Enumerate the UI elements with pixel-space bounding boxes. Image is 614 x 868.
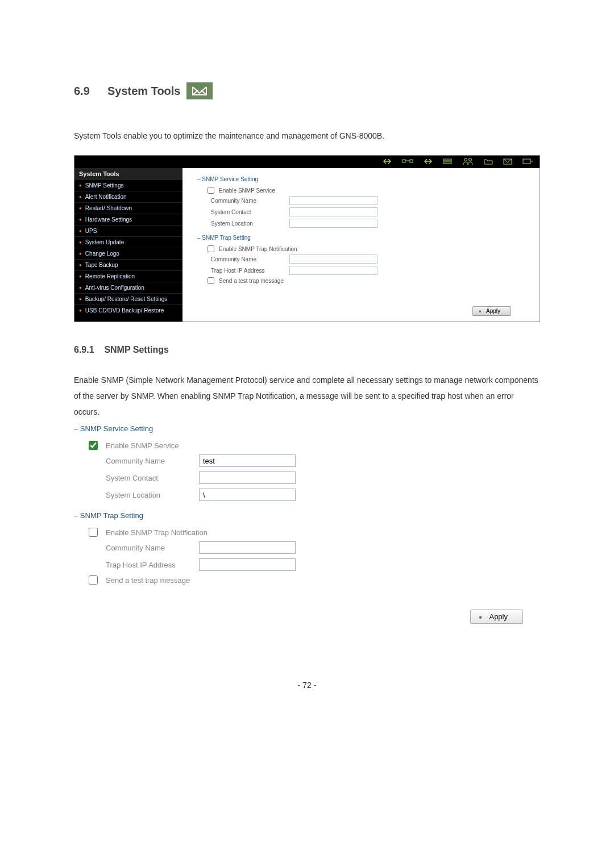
sidebar-item-system-update[interactable]: ●System Update <box>74 236 182 248</box>
apply-dot-icon: ● <box>479 308 482 314</box>
enable-snmp-service-checkbox[interactable] <box>89 441 98 450</box>
network-icon[interactable] <box>402 158 413 166</box>
enable-snmp-trap-label: Enable SNMP Trap Notification <box>219 246 297 252</box>
section-title: System Tools <box>107 85 181 98</box>
snmp-service-section-title: SNMP Service Setting <box>74 424 540 433</box>
subsection-heading: 6.9.1 SNMP Settings <box>74 345 540 355</box>
enable-snmp-trap-label: Enable SNMP Trap Notification <box>106 528 208 537</box>
system-contact-input[interactable] <box>289 207 377 216</box>
trap-host-ip-label: Trap Host IP Address <box>106 561 191 569</box>
system-contact-label: System Contact <box>211 209 285 215</box>
enable-snmp-service-checkbox[interactable] <box>208 187 214 194</box>
sidebar: System Tools ●SNMP Settings ●Alert Notif… <box>74 168 182 322</box>
enable-snmp-service-label: Enable SNMP Service <box>106 441 179 450</box>
community-name-label: Community Name <box>211 198 285 204</box>
sidebar-item-usb-backup[interactable]: ●USB CD/DVD Backup/ Restore <box>74 304 182 316</box>
subsection-number: 6.9.1 <box>74 345 94 354</box>
send-test-trap-label: Send a test trap message <box>106 576 190 585</box>
svg-rect-5 <box>443 159 451 161</box>
system-location-input[interactable] <box>289 219 377 228</box>
snmp-trap-section-title: SNMP Trap Setting <box>74 511 540 520</box>
users-icon[interactable] <box>462 157 474 167</box>
screenshot-snmp-overview: System Tools ●SNMP Settings ●Alert Notif… <box>74 155 540 322</box>
subsection-title: SNMP Settings <box>104 345 169 354</box>
community-name-label: Community Name <box>106 457 191 465</box>
trap-community-name-input[interactable] <box>199 541 296 554</box>
community-name-input[interactable] <box>289 196 377 205</box>
enable-snmp-trap-checkbox[interactable] <box>208 245 214 252</box>
screenshot-snmp-form: SNMP Service Setting Enable SNMP Service… <box>74 424 540 624</box>
system-tools-icon <box>186 82 213 99</box>
trap-host-ip-input[interactable] <box>199 558 296 571</box>
send-test-trap-checkbox[interactable] <box>89 575 98 585</box>
system-contact-input[interactable] <box>199 471 296 484</box>
svg-rect-3 <box>410 160 413 162</box>
apply-label: Apply <box>489 612 508 621</box>
community-name-input[interactable] <box>199 454 296 467</box>
subsection-paragraph: Enable SNMP (Simple Network Management P… <box>74 372 540 420</box>
trap-host-ip-input[interactable] <box>289 266 377 275</box>
sidebar-item-snmp-settings[interactable]: ●SNMP Settings <box>74 180 182 191</box>
send-test-trap-label: Send a test trap message <box>219 278 284 284</box>
sidebar-item-hardware-settings[interactable]: ●Hardware Settings <box>74 214 182 225</box>
svg-rect-6 <box>443 162 451 164</box>
top-nav-bar <box>74 156 540 168</box>
system-location-label: System Location <box>106 491 191 499</box>
svg-line-0 <box>193 90 198 95</box>
page-number: - 72 - <box>74 681 540 690</box>
settings-icon[interactable] <box>383 158 392 166</box>
share-icon[interactable] <box>424 158 433 166</box>
intro-paragraph: System Tools enable you to optimize the … <box>74 128 540 144</box>
system-location-input[interactable] <box>199 489 296 501</box>
sidebar-item-backup-restore-reset[interactable]: ●Backup/ Restore/ Reset Settings <box>74 293 182 304</box>
folder-icon[interactable] <box>484 158 493 166</box>
stats-icon[interactable] <box>522 158 533 166</box>
sidebar-item-alert-notification[interactable]: ●Alert Notification <box>74 191 182 202</box>
trap-community-name-input[interactable] <box>289 254 377 264</box>
section-number: 6.9 <box>74 85 90 98</box>
trap-community-name-label: Community Name <box>211 256 285 262</box>
disk-icon[interactable] <box>443 158 452 166</box>
enable-snmp-trap-checkbox[interactable] <box>89 528 98 537</box>
sidebar-item-antivirus[interactable]: ●Anti-virus Configuration <box>74 282 182 293</box>
system-contact-label: System Contact <box>106 474 191 482</box>
snmp-service-section-title: SNMP Service Setting <box>197 176 528 182</box>
sidebar-item-tape-backup[interactable]: ●Tape Backup <box>74 259 182 270</box>
svg-line-1 <box>201 90 206 95</box>
sidebar-item-ups[interactable]: ●UPS <box>74 225 182 236</box>
tools-envelope-icon[interactable] <box>503 158 512 166</box>
trap-community-name-label: Community Name <box>106 544 191 552</box>
sidebar-title: System Tools <box>74 168 182 180</box>
svg-point-8 <box>469 158 472 161</box>
snmp-trap-section-title: SNMP Trap Setting <box>197 235 528 241</box>
apply-button[interactable]: ● Apply <box>472 306 511 316</box>
svg-point-7 <box>464 158 467 161</box>
apply-button[interactable]: ● Apply <box>470 610 523 624</box>
apply-label: Apply <box>486 308 500 314</box>
sidebar-item-change-logo[interactable]: ●Change Logo <box>74 248 182 259</box>
svg-rect-2 <box>403 160 405 162</box>
main-panel: SNMP Service Setting Enable SNMP Service… <box>182 168 540 322</box>
apply-dot-icon: ● <box>479 614 483 620</box>
section-heading: 6.9 System Tools <box>74 82 540 99</box>
sidebar-item-remote-replication[interactable]: ●Remote Replication <box>74 270 182 282</box>
svg-rect-10 <box>523 159 530 164</box>
enable-snmp-service-label: Enable SNMP Service <box>219 187 275 194</box>
system-location-label: System Location <box>211 220 285 227</box>
sidebar-item-restart-shutdown[interactable]: ●Restart/ Shutdown <box>74 202 182 214</box>
trap-host-ip-label: Trap Host IP Address <box>211 268 285 274</box>
send-test-trap-checkbox[interactable] <box>208 277 214 284</box>
